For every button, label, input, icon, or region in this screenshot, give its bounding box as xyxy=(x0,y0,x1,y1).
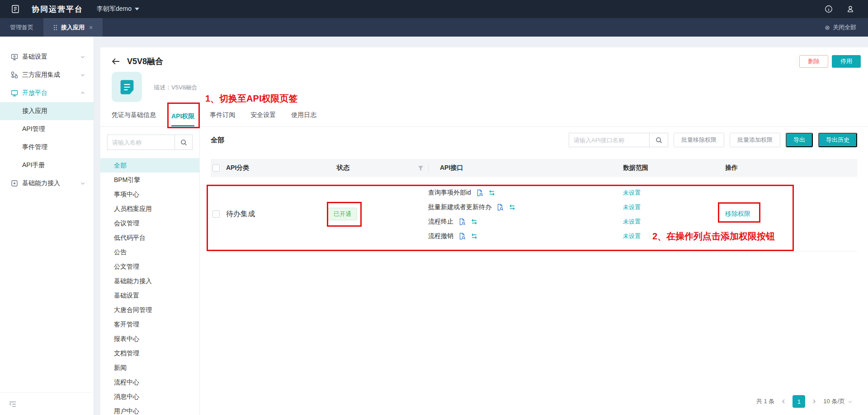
category-item[interactable]: 报表中心 xyxy=(100,331,199,346)
column-scope-label: 数据范围 xyxy=(623,164,648,172)
chevron-down-icon xyxy=(135,8,139,10)
user-icon[interactable] xyxy=(846,5,854,13)
collapse-sidebar-icon[interactable] xyxy=(9,401,16,407)
filter-funnel-icon[interactable] xyxy=(418,165,424,171)
category-item[interactable]: 基础设置 xyxy=(100,288,199,303)
tab-security-settings[interactable]: 安全设置 xyxy=(250,111,276,126)
category-item[interactable]: 新闻 xyxy=(100,360,199,375)
category-search-button[interactable] xyxy=(175,135,193,150)
column-api-interface: API接口 xyxy=(428,159,623,177)
view-api-doc-icon[interactable] xyxy=(476,189,483,196)
detail-card: V5V8融合 删除 停用 描述：V5V8融合 1、切换至API权限页签 凭证与基… xyxy=(100,47,868,415)
topbar: 协同运营平台 李朝军demo xyxy=(0,0,868,18)
category-item[interactable]: 会议管理 xyxy=(100,216,199,230)
sidebar-item-api-manual[interactable]: API手册 xyxy=(0,156,94,174)
batch-add-permission-button[interactable]: 批量添加权限 xyxy=(730,133,780,147)
tab-api-permissions[interactable]: API权限 xyxy=(171,112,194,126)
category-item[interactable]: 大唐合同管理 xyxy=(100,303,199,317)
close-all-label: 关闭全部 xyxy=(833,23,856,32)
cell-api-category: 待办集成 xyxy=(226,177,337,251)
category-item[interactable]: 消息中心 xyxy=(100,389,199,404)
chevron-up-icon xyxy=(80,90,85,96)
data-scope-link[interactable]: 未设置 xyxy=(623,186,725,200)
category-search-input[interactable] xyxy=(107,135,175,150)
view-api-doc-icon[interactable] xyxy=(496,204,504,211)
api-interface-name: 查询事项外部id xyxy=(428,189,471,197)
category-item[interactable]: 客开管理 xyxy=(100,317,199,331)
sidebar-menu: 基础设置 三方应用集成 开放平台 接入应用 xyxy=(0,37,94,192)
disable-button[interactable]: 停用 xyxy=(832,55,861,68)
api-search-input[interactable] xyxy=(569,133,649,147)
api-interface-line: 查询事项外部id xyxy=(428,186,623,200)
tab-credentials-basic-info[interactable]: 凭证与基础信息 xyxy=(112,111,156,126)
tab-close-icon[interactable]: × xyxy=(89,24,93,31)
back-button[interactable] xyxy=(112,58,120,65)
info-icon[interactable] xyxy=(825,5,833,13)
workspace-tab-home[interactable]: 管理首页 xyxy=(0,18,43,37)
tab-event-subscription[interactable]: 事件订阅 xyxy=(210,111,235,126)
api-search-button[interactable] xyxy=(649,133,668,147)
sidebar-item-api-management[interactable]: API管理 xyxy=(0,120,94,138)
swap-mapping-icon[interactable] xyxy=(471,218,478,225)
swap-mapping-icon[interactable] xyxy=(488,189,495,196)
current-page-button[interactable]: 1 xyxy=(793,395,805,408)
table-header: API分类 状态 API接口 数据范围 操作 xyxy=(211,159,857,177)
data-scope-link[interactable]: 未设置 xyxy=(623,200,725,214)
page-size-select[interactable]: 10 条/页 xyxy=(823,397,853,406)
next-page-icon[interactable] xyxy=(812,399,816,404)
sidebar-item-access-app[interactable]: 接入应用 xyxy=(0,102,94,120)
export-history-button[interactable]: 导出历史 xyxy=(818,133,857,147)
user-menu[interactable]: 李朝军demo xyxy=(97,5,139,13)
swap-mapping-icon[interactable] xyxy=(471,233,478,240)
sidebar-item-label: 基础设置 xyxy=(22,53,47,61)
workspace-tab-access-app[interactable]: 接入应用 × xyxy=(43,18,103,37)
category-item[interactable]: 用户中心 xyxy=(100,404,199,415)
category-item[interactable]: 低代码平台 xyxy=(100,230,199,245)
sidebar-item-basic-capability[interactable]: 基础能力接入 xyxy=(0,174,94,192)
sidebar-item-third-party-integration[interactable]: 三方应用集成 xyxy=(0,66,94,84)
sidebar-item-basic-settings[interactable]: 基础设置 xyxy=(0,48,94,66)
cell-api-interfaces: 查询事项外部id 批量新建或者更新待办 xyxy=(428,177,623,251)
column-api-category: API分类 xyxy=(226,164,337,172)
batch-remove-permission-button[interactable]: 批量移除权限 xyxy=(674,133,724,147)
delete-button[interactable]: 删除 xyxy=(799,55,828,68)
select-all-checkbox[interactable] xyxy=(212,164,220,172)
swap-mapping-icon[interactable] xyxy=(509,204,516,211)
workspace-tabbar: 管理首页 接入应用 × ⊗ 关闭全部 xyxy=(0,18,868,37)
header-actions: 删除 停用 xyxy=(799,55,861,68)
api-interface-line: 流程撤销 xyxy=(428,229,623,243)
close-all-tabs-button[interactable]: ⊗ 关闭全部 xyxy=(813,18,868,37)
export-button[interactable]: 导出 xyxy=(786,133,813,147)
category-item[interactable]: 文档管理 xyxy=(100,346,199,360)
settings-monitor-icon xyxy=(11,53,18,61)
category-item[interactable]: 公文管理 xyxy=(100,259,199,274)
api-search xyxy=(569,133,668,147)
remove-permission-link[interactable]: 移除权限 xyxy=(725,210,750,218)
user-name: 李朝军demo xyxy=(97,5,132,13)
api-permission-pane: 全部 批量移除权限 批量添加权限 导出 导出历史 API分类 xyxy=(200,127,868,415)
data-scope-link[interactable]: 未设置 xyxy=(623,214,725,229)
row-checkbox[interactable] xyxy=(212,210,220,218)
category-item[interactable]: 人员档案应用 xyxy=(100,201,199,216)
table-toolbar: 全部 批量移除权限 批量添加权限 导出 导出历史 xyxy=(211,133,857,147)
category-item[interactable]: 流程中心 xyxy=(100,375,199,389)
sidebar-item-event-management[interactable]: 事件管理 xyxy=(0,138,94,156)
category-item[interactable]: BPM引擎 xyxy=(100,173,199,187)
tab-usage-log[interactable]: 使用日志 xyxy=(291,111,316,126)
prev-page-icon[interactable] xyxy=(781,399,786,404)
row-checkbox-cell xyxy=(211,177,226,251)
view-api-doc-icon[interactable] xyxy=(458,233,466,240)
api-interface-name: 流程撤销 xyxy=(428,232,453,240)
view-api-doc-icon[interactable] xyxy=(458,218,466,225)
category-item[interactable]: 事项中心 xyxy=(100,187,199,201)
detail-tabs: 凭证与基础信息 API权限 事件订阅 安全设置 使用日志 xyxy=(100,105,868,127)
category-item[interactable]: 公告 xyxy=(100,245,199,259)
sidebar-item-label: 事件管理 xyxy=(22,143,47,151)
sidebar-item-open-platform[interactable]: 开放平台 xyxy=(0,84,94,102)
column-status: 状态 xyxy=(337,164,428,172)
sidebar-item-label: 开放平台 xyxy=(22,89,47,97)
category-item[interactable]: 基础能力接入 xyxy=(100,274,199,288)
search-icon xyxy=(180,139,187,146)
category-item[interactable]: 全部 xyxy=(100,158,199,173)
workspace-tab-label: 接入应用 xyxy=(61,23,85,32)
